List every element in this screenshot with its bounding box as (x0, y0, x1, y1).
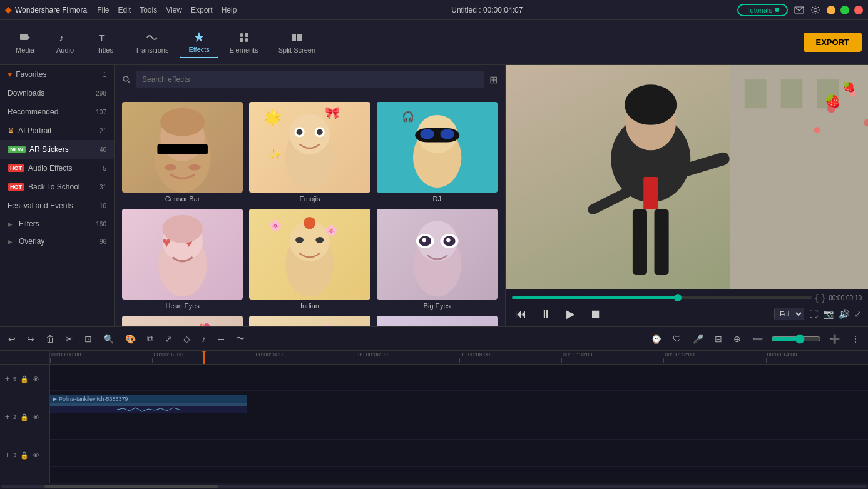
sidebar-item-filters[interactable]: ▶ Filters 160 (0, 215, 114, 233)
track-3-eye-icon[interactable]: 👁 (33, 451, 39, 459)
track-3-content[interactable] (50, 441, 868, 467)
prev-frame-button[interactable]: ⏮ (512, 305, 529, 323)
playback-buttons: ⏮ ⏸ ▶ ⏹ (512, 305, 605, 323)
sidebar-item-back-to-school[interactable]: HOT Back To School 31 (0, 178, 114, 196)
sidebar-item-ar-stickers[interactable]: NEW AR Stickers 40 (0, 140, 114, 159)
effect-card-heart-eyes[interactable]: ♥♥ Heart Eyes (122, 209, 243, 310)
main-area: ♥ Favorites 1 Downloads 298 Recommended … (0, 65, 868, 326)
track-3-lock-icon[interactable]: 🔒 (20, 451, 29, 460)
effect-card-emojis[interactable]: 🌟🎀✨ Emojis (249, 102, 370, 203)
toolbar-splitscreen[interactable]: Split Screen (270, 28, 324, 58)
settings-icon[interactable] (810, 5, 820, 15)
menu-file[interactable]: File (97, 6, 109, 14)
transform-button[interactable]: ⧉ (144, 331, 156, 346)
track-label-video: + 2 🔒 👁 (0, 393, 50, 441)
timeline-scrollbar[interactable] (0, 483, 868, 489)
toolbar-effects[interactable]: Effects (180, 27, 218, 58)
svg-point-55 (422, 238, 426, 242)
motion-button[interactable]: ⊕ (730, 332, 744, 346)
maximize-button[interactable] (840, 6, 849, 14)
sidebar-item-recommended[interactable]: Recommended 107 (0, 103, 114, 121)
effect-card-big-eyes[interactable]: Big Eyes (377, 209, 498, 310)
sidebar-item-downloads[interactable]: Downloads 298 (0, 84, 114, 103)
redo-button[interactable]: ↪ (24, 332, 38, 346)
track-5-content[interactable] (50, 365, 868, 391)
search-input[interactable] (136, 71, 484, 88)
play-button[interactable]: ▶ (562, 305, 580, 323)
menu-bar: File Edit Tools View Export Help (97, 6, 237, 14)
scrollbar-thumb[interactable] (44, 485, 218, 488)
toolbar-transitions[interactable]: Transitions (126, 28, 177, 58)
speed-button[interactable]: ⌚ (648, 332, 665, 346)
toolbar-audio[interactable]: ♪ Audio (46, 28, 84, 58)
sidebar-item-favorites[interactable]: ♥ Favorites 1 (0, 65, 114, 84)
quality-select[interactable]: Full 1/2 1/4 (774, 308, 804, 320)
preview-image: 🍓 🍓 (506, 65, 868, 289)
track-video-lock-icon[interactable]: 🔒 (20, 413, 29, 421)
effect-card-row3-1[interactable]: ✨🌺 (122, 316, 243, 326)
minimize-button[interactable] (827, 6, 835, 14)
expand-icon[interactable]: ⤢ (854, 309, 862, 319)
toolbar-media[interactable]: Media (6, 28, 44, 58)
menu-edit[interactable]: Edit (118, 6, 131, 14)
track-5-lock-icon[interactable]: 🔒 (20, 375, 29, 383)
effect-card-censor-bar[interactable]: Censor Bar (122, 102, 243, 203)
screenshot-icon[interactable]: 📷 (823, 309, 834, 319)
track-5-add-icon[interactable]: + (5, 375, 9, 383)
subtitle-button[interactable]: ⊟ (712, 332, 725, 346)
grid-view-icon[interactable]: ⊞ (489, 74, 498, 86)
menu-help[interactable]: Help (222, 6, 237, 14)
shape-button[interactable]: ◇ (180, 332, 193, 346)
fit-button[interactable]: ⤢ (161, 332, 175, 346)
delete-button[interactable]: 🗑 (43, 332, 58, 346)
stop-button[interactable]: ⏹ (587, 305, 605, 323)
track-video-add-icon[interactable]: + (5, 413, 9, 421)
mic-button[interactable]: 🎤 (690, 332, 707, 346)
svg-text:🌸: 🌸 (320, 323, 334, 326)
svg-text:🍓: 🍓 (824, 93, 840, 109)
mail-icon[interactable] (794, 5, 804, 15)
zoom-slider[interactable] (771, 334, 821, 344)
title-text: Untitled : 00:00:04:07 (451, 6, 523, 14)
menu-tools[interactable]: Tools (140, 6, 157, 14)
svg-point-7 (240, 33, 243, 37)
toolbar-elements[interactable]: Elements (221, 28, 267, 58)
crop-button[interactable]: ⊡ (81, 332, 95, 346)
tutorials-button[interactable]: Tutorials (737, 4, 788, 16)
pause-button[interactable]: ⏸ (537, 305, 554, 323)
progress-bar[interactable] (512, 296, 812, 299)
zoom-in-clip-button[interactable]: 🔍 (100, 332, 117, 346)
menu-export[interactable]: Export (191, 6, 213, 14)
sidebar-item-ai-portrait[interactable]: ♛ AI Portrait 21 (0, 121, 114, 140)
track-video-eye-icon[interactable]: 👁 (33, 413, 39, 421)
split-button[interactable]: ⊢ (214, 332, 228, 346)
export-button[interactable]: EXPORT (804, 33, 862, 52)
stabilize-button[interactable]: 🛡 (670, 332, 685, 346)
waveform-button[interactable]: 〜 (233, 331, 248, 346)
audio-button[interactable]: ♪ (198, 332, 209, 346)
track-video-content[interactable]: ▶ Polina-tankilevitch-5385379 (50, 392, 868, 440)
toolbar-titles[interactable]: T Titles (86, 28, 124, 58)
more-button[interactable]: ⋮ (848, 332, 863, 346)
sidebar-item-overlay[interactable]: ▶ Overlay 96 (0, 233, 114, 250)
track-5-eye-icon[interactable]: 👁 (33, 375, 39, 383)
cut-button[interactable]: ✂ (63, 332, 76, 346)
toolbar: Media ♪ Audio T Titles Transitions Effec… (0, 20, 868, 65)
effect-card-row3-2[interactable]: 🌸🌸 (249, 316, 370, 326)
color-button[interactable]: 🎨 (122, 332, 139, 346)
close-button[interactable] (854, 6, 863, 14)
video-clip[interactable]: ▶ Polina-tankilevitch-5385379 (50, 395, 247, 413)
menu-view[interactable]: View (166, 6, 182, 14)
effect-card-row3-3[interactable]: 🦋✨ (377, 316, 498, 326)
zoom-in-button[interactable]: ➕ (826, 332, 843, 346)
track-3-add-icon[interactable]: + (5, 451, 9, 460)
undo-button[interactable]: ↩ (5, 332, 19, 346)
effect-card-indian[interactable]: 🌸🌸 Indian (249, 209, 370, 310)
sidebar-item-audio-effects[interactable]: HOT Audio Effects 5 (0, 159, 114, 178)
fullscreen-icon[interactable]: ⛶ (809, 309, 818, 319)
zoom-out-button[interactable]: ➖ (749, 332, 766, 346)
effect-card-dj[interactable]: 🎧 DJ (377, 102, 498, 203)
svg-point-34 (420, 129, 434, 139)
volume-icon[interactable]: 🔊 (839, 309, 849, 319)
sidebar-item-festival-events[interactable]: Festival and Events 10 (0, 196, 114, 215)
